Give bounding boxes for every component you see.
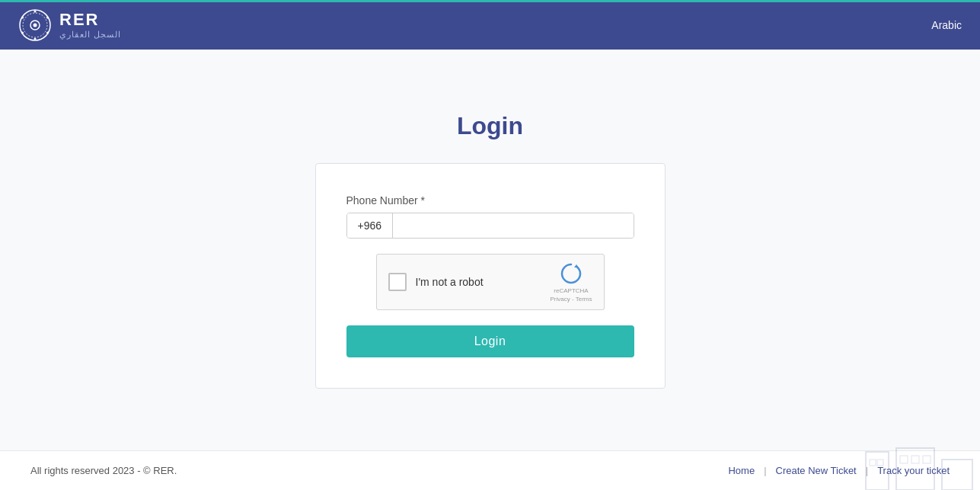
phone-prefix: +966 xyxy=(347,213,394,238)
recaptcha-logo xyxy=(559,261,583,286)
login-button[interactable]: Login xyxy=(346,325,634,357)
logo-container: RER السجل العقاري xyxy=(18,8,121,42)
rer-logo-icon xyxy=(18,8,52,42)
logo-ar-text: السجل العقاري xyxy=(59,30,121,40)
phone-input-row: +966 xyxy=(346,213,634,239)
svg-point-4 xyxy=(46,16,49,18)
footer-sep-1: | xyxy=(764,465,766,476)
recaptcha-label: I'm not a robot xyxy=(416,276,484,288)
svg-point-9 xyxy=(34,23,37,27)
footer-home-link[interactable]: Home xyxy=(728,465,755,476)
main-content: Login Phone Number * +966 I'm not a robo… xyxy=(0,50,980,450)
recaptcha-container: I'm not a robot reCAPTCHA Privacy - Term… xyxy=(346,254,634,310)
svg-point-7 xyxy=(21,31,24,34)
svg-rect-18 xyxy=(923,456,931,463)
recaptcha-box: I'm not a robot reCAPTCHA Privacy - Term… xyxy=(376,254,605,310)
svg-point-3 xyxy=(34,10,37,12)
recaptcha-brand-text: reCAPTCHA xyxy=(554,287,588,294)
svg-rect-17 xyxy=(911,456,919,463)
language-toggle[interactable]: Arabic xyxy=(931,19,962,31)
phone-form-group: Phone Number * +966 xyxy=(346,194,634,239)
svg-rect-16 xyxy=(900,456,908,463)
svg-rect-12 xyxy=(896,448,934,490)
svg-rect-14 xyxy=(870,460,876,466)
recaptcha-privacy: Privacy - Terms xyxy=(551,296,592,303)
recaptcha-logo-side: reCAPTCHA Privacy - Terms xyxy=(551,261,592,303)
header: RER السجل العقاري Arabic xyxy=(0,0,980,50)
svg-rect-11 xyxy=(866,452,889,490)
svg-rect-15 xyxy=(877,460,883,466)
svg-point-5 xyxy=(46,31,49,34)
login-card: Phone Number * +966 I'm not a robot xyxy=(315,163,666,389)
svg-point-6 xyxy=(34,37,37,40)
footer-create-ticket-link[interactable]: Create New Ticket xyxy=(776,465,857,476)
phone-label: Phone Number * xyxy=(346,194,634,207)
recaptcha-checkbox[interactable] xyxy=(388,273,407,291)
logo-text: RER السجل العقاري xyxy=(59,10,121,40)
phone-number-input[interactable] xyxy=(393,213,633,238)
footer-copyright: All rights reserved 2023 - © RER. xyxy=(30,465,177,476)
page-title: Login xyxy=(457,112,523,140)
svg-marker-10 xyxy=(574,264,579,267)
svg-point-8 xyxy=(21,16,24,18)
footer: All rights reserved 2023 - © RER. Home |… xyxy=(0,450,980,490)
svg-rect-13 xyxy=(942,460,972,490)
recaptcha-left: I'm not a robot xyxy=(388,273,484,291)
footer-building-decoration xyxy=(858,444,980,490)
logo-en-text: RER xyxy=(59,10,121,30)
